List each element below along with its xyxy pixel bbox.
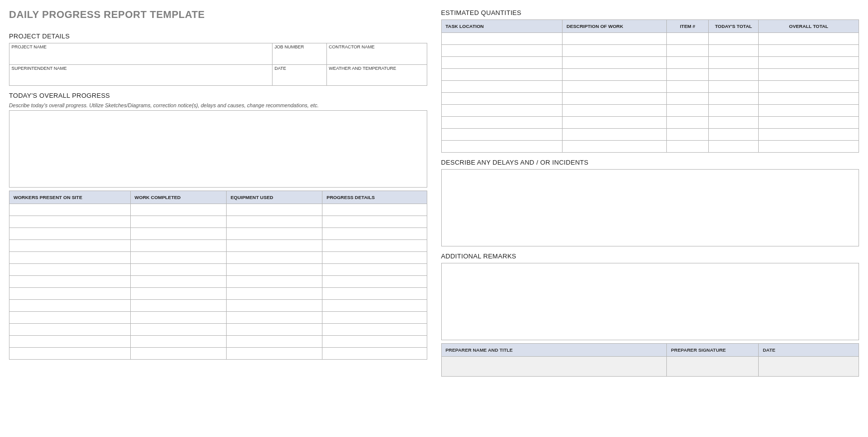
table-cell[interactable] [759, 129, 859, 141]
table-cell[interactable] [322, 216, 427, 228]
table-cell[interactable] [9, 276, 131, 288]
table-cell[interactable] [9, 252, 131, 264]
input-job-number[interactable] [273, 49, 327, 64]
table-cell[interactable] [226, 288, 322, 300]
table-cell[interactable] [322, 228, 427, 240]
table-cell[interactable] [226, 216, 322, 228]
table-cell[interactable] [322, 312, 427, 324]
table-cell[interactable] [9, 264, 131, 276]
table-cell[interactable] [322, 348, 427, 360]
table-cell[interactable] [667, 57, 709, 69]
overall-progress-box[interactable] [9, 110, 427, 188]
table-cell[interactable] [322, 264, 427, 276]
table-cell[interactable] [563, 81, 667, 93]
table-cell[interactable] [441, 81, 563, 93]
table-cell[interactable] [130, 300, 226, 312]
signoff-preparer-cell[interactable] [441, 357, 667, 377]
table-cell[interactable] [563, 69, 667, 81]
input-date[interactable] [273, 71, 327, 86]
table-cell[interactable] [667, 129, 709, 141]
table-cell[interactable] [441, 69, 563, 81]
table-cell[interactable] [667, 69, 709, 81]
table-cell[interactable] [759, 69, 859, 81]
table-cell[interactable] [563, 45, 667, 57]
table-cell[interactable] [708, 45, 758, 57]
signoff-signature-cell[interactable] [667, 357, 759, 377]
table-cell[interactable] [759, 141, 859, 153]
table-cell[interactable] [759, 33, 859, 45]
input-contractor-name[interactable] [326, 49, 427, 64]
table-cell[interactable] [9, 300, 131, 312]
table-cell[interactable] [667, 45, 709, 57]
table-cell[interactable] [322, 336, 427, 348]
table-cell[interactable] [708, 69, 758, 81]
table-cell[interactable] [226, 348, 322, 360]
table-cell[interactable] [9, 288, 131, 300]
table-cell[interactable] [667, 117, 709, 129]
table-cell[interactable] [130, 264, 226, 276]
table-cell[interactable] [226, 264, 322, 276]
table-cell[interactable] [708, 93, 758, 105]
table-cell[interactable] [130, 312, 226, 324]
table-cell[interactable] [9, 240, 131, 252]
table-cell[interactable] [708, 117, 758, 129]
table-cell[interactable] [759, 117, 859, 129]
table-cell[interactable] [322, 240, 427, 252]
input-project-name[interactable] [9, 49, 273, 64]
table-cell[interactable] [130, 252, 226, 264]
table-cell[interactable] [9, 336, 131, 348]
table-cell[interactable] [563, 33, 667, 45]
signoff-date-cell[interactable] [759, 357, 859, 377]
table-cell[interactable] [441, 93, 563, 105]
table-cell[interactable] [130, 240, 226, 252]
table-cell[interactable] [441, 129, 563, 141]
table-cell[interactable] [322, 324, 427, 336]
table-cell[interactable] [667, 93, 709, 105]
table-cell[interactable] [708, 57, 758, 69]
table-cell[interactable] [759, 93, 859, 105]
table-cell[interactable] [667, 141, 709, 153]
table-cell[interactable] [9, 312, 131, 324]
table-cell[interactable] [708, 105, 758, 117]
table-cell[interactable] [130, 288, 226, 300]
table-cell[interactable] [441, 45, 563, 57]
table-cell[interactable] [667, 81, 709, 93]
table-cell[interactable] [708, 129, 758, 141]
input-weather-temp[interactable] [326, 71, 427, 86]
table-cell[interactable] [226, 336, 322, 348]
table-cell[interactable] [9, 204, 131, 216]
table-cell[interactable] [563, 117, 667, 129]
table-cell[interactable] [563, 129, 667, 141]
table-cell[interactable] [226, 324, 322, 336]
table-cell[interactable] [226, 300, 322, 312]
table-cell[interactable] [441, 105, 563, 117]
table-cell[interactable] [226, 240, 322, 252]
table-cell[interactable] [322, 288, 427, 300]
table-cell[interactable] [9, 324, 131, 336]
table-cell[interactable] [322, 204, 427, 216]
remarks-box[interactable] [441, 263, 860, 340]
table-cell[interactable] [759, 45, 859, 57]
table-cell[interactable] [563, 93, 667, 105]
table-cell[interactable] [226, 276, 322, 288]
table-cell[interactable] [130, 348, 226, 360]
table-cell[interactable] [322, 276, 427, 288]
table-cell[interactable] [226, 228, 322, 240]
table-cell[interactable] [759, 105, 859, 117]
table-cell[interactable] [9, 216, 131, 228]
table-cell[interactable] [130, 216, 226, 228]
input-superintendent-name[interactable] [9, 71, 273, 86]
table-cell[interactable] [226, 312, 322, 324]
table-cell[interactable] [563, 57, 667, 69]
table-cell[interactable] [226, 252, 322, 264]
table-cell[interactable] [441, 33, 563, 45]
table-cell[interactable] [441, 141, 563, 153]
table-cell[interactable] [441, 57, 563, 69]
table-cell[interactable] [9, 228, 131, 240]
table-cell[interactable] [441, 117, 563, 129]
table-cell[interactable] [226, 204, 322, 216]
table-cell[interactable] [759, 57, 859, 69]
table-cell[interactable] [563, 105, 667, 117]
table-cell[interactable] [130, 324, 226, 336]
table-cell[interactable] [563, 141, 667, 153]
